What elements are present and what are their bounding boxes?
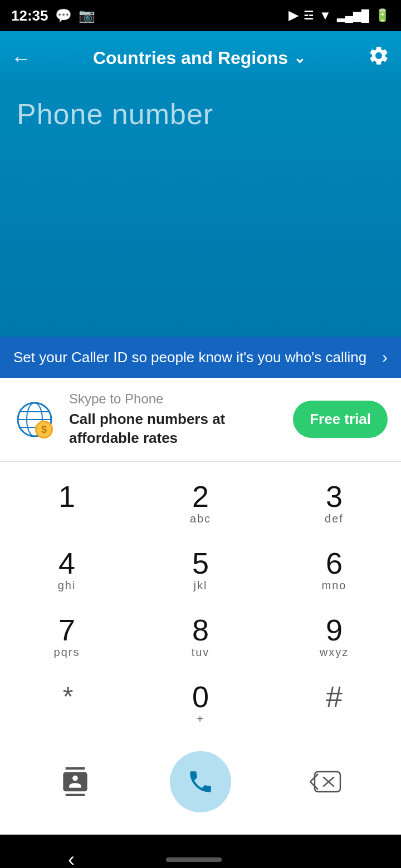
action-row <box>0 740 401 829</box>
key-letters-6: mno <box>322 579 347 593</box>
dialpad-key-6[interactable]: 6 mno <box>278 540 390 601</box>
nav-back-button[interactable]: ‹ <box>68 848 75 868</box>
key-number-9: 9 <box>326 615 343 645</box>
key-number-0: 0 <box>192 682 209 712</box>
call-button[interactable] <box>170 751 231 812</box>
dialpad-row-1: 1 2 abc 3 def <box>0 473 401 534</box>
caller-id-banner[interactable]: Set your Caller ID so people know it's y… <box>0 337 401 378</box>
skype-promo: $ Skype to Phone Call phone numbers at a… <box>0 378 401 462</box>
dialpad-row-3: 7 pqrs 8 tuv 9 wxyz <box>0 606 401 668</box>
dialpad-key-2[interactable]: 2 abc <box>145 473 256 534</box>
free-trial-button[interactable]: Free trial <box>293 401 388 438</box>
key-number-5: 5 <box>192 548 209 578</box>
key-letters-9: wxyz <box>320 646 349 659</box>
caller-id-arrow-icon: › <box>382 348 388 367</box>
key-letters-5: jkl <box>194 579 208 593</box>
phone-number-display[interactable]: Phone number <box>17 97 384 131</box>
key-number-1: 1 <box>58 481 75 511</box>
svg-rect-8 <box>315 772 340 792</box>
delete-button[interactable] <box>270 751 382 812</box>
dialpad-key-0[interactable]: 0 + <box>145 673 256 734</box>
skype-promo-text: Skype to Phone Call phone numbers at aff… <box>69 391 282 448</box>
key-hash-symbol: # <box>326 679 343 714</box>
dialpad-key-3[interactable]: 3 def <box>278 473 390 534</box>
wifi-icon: ▼️ <box>319 8 331 23</box>
chevron-down-icon[interactable]: ⌄ <box>294 50 306 67</box>
dialpad-key-5[interactable]: 5 jkl <box>145 540 256 601</box>
skype-to-phone-icon: $ <box>13 397 58 442</box>
camera-icon: 📷 <box>79 8 95 23</box>
nav-bar: ‹ <box>0 835 401 868</box>
key-letters-8: tuv <box>192 646 210 659</box>
battery-icon: 🔋 <box>375 8 390 23</box>
key-number-4: 4 <box>58 548 75 578</box>
skype-promo-desc: Call phone numbers at affordable rates <box>69 410 282 448</box>
dialpad-key-1[interactable]: 1 <box>11 473 123 534</box>
page-title: Countries and Regions <box>93 48 288 68</box>
header-title-group: Countries and Regions ⌄ <box>93 48 306 68</box>
status-left: 12:35 💬 📷 <box>11 7 95 24</box>
settings-button[interactable] <box>368 45 390 72</box>
dialpad-row-4: * 0 + # <box>0 673 401 734</box>
key-number-2: 2 <box>192 481 209 511</box>
dialpad-row-2: 4 ghi 5 jkl 6 mno <box>0 540 401 601</box>
bluetooth-icon: ▶ <box>288 8 298 23</box>
dialpad-key-4[interactable]: 4 ghi <box>11 540 123 601</box>
key-letters-0: + <box>197 713 204 726</box>
message-icon: 💬 <box>55 8 72 23</box>
dialpad-key-hash[interactable]: # <box>278 673 390 734</box>
status-right: ▶ ☲ ▼️ ▂▄▆█ 🔋 <box>288 8 390 23</box>
dialpad-key-9[interactable]: 9 wxyz <box>278 606 390 668</box>
key-letters-3: def <box>325 512 344 526</box>
phone-input-area: Phone number <box>0 81 401 337</box>
svg-text:$: $ <box>41 424 47 435</box>
key-letters-7: pqrs <box>54 646 80 659</box>
key-number-7: 7 <box>58 615 75 645</box>
dialpad: 1 2 abc 3 def 4 ghi 5 jkl 6 mno 7 pqrs <box>0 462 401 835</box>
skype-promo-label: Skype to Phone <box>69 391 282 407</box>
key-number-6: 6 <box>326 548 343 578</box>
key-letters-2: abc <box>190 512 211 526</box>
back-button[interactable]: ← <box>11 47 31 70</box>
dialpad-key-8[interactable]: 8 tuv <box>145 606 256 668</box>
contacts-button[interactable] <box>19 751 131 812</box>
key-letters-4: ghi <box>58 579 76 593</box>
caller-id-text: Set your Caller ID so people know it's y… <box>13 349 366 366</box>
status-time: 12:35 <box>11 7 48 24</box>
signal-icon: ▂▄▆█ <box>337 9 369 22</box>
key-number-3: 3 <box>326 481 343 511</box>
dialpad-key-7[interactable]: 7 pqrs <box>11 606 123 668</box>
status-bar: 12:35 💬 📷 ▶ ☲ ▼️ ▂▄▆█ 🔋 <box>0 0 401 31</box>
dialpad-key-star[interactable]: * <box>11 673 123 734</box>
nav-home-pill[interactable] <box>166 857 222 862</box>
key-number-8: 8 <box>192 615 209 645</box>
vibrate-icon: ☲ <box>304 9 314 22</box>
key-star: * <box>62 681 72 712</box>
header: ← Countries and Regions ⌄ <box>0 31 401 81</box>
